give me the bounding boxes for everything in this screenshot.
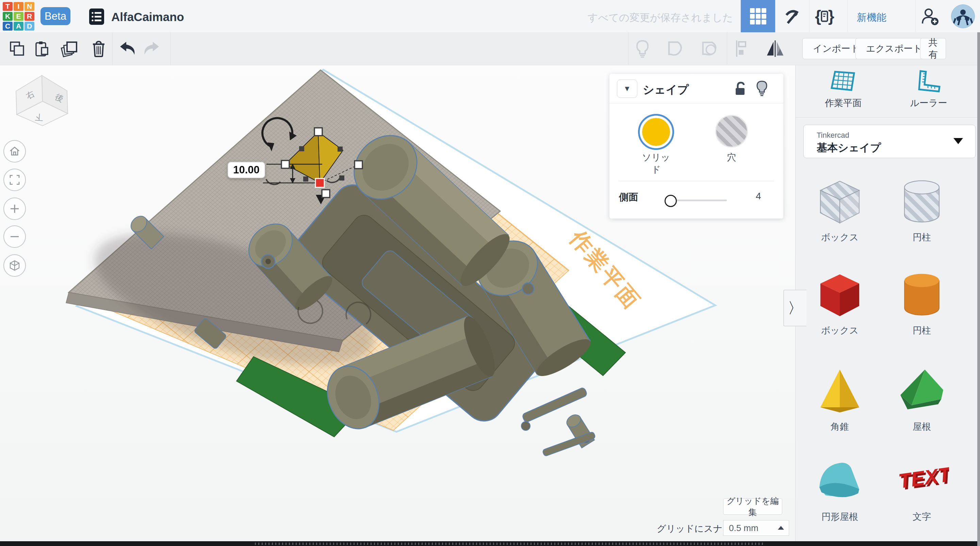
copy-button[interactable] — [8, 39, 27, 58]
inspector-collapse-button[interactable]: ▼ — [617, 79, 637, 98]
delete-button[interactable] — [89, 39, 108, 58]
logo-tile: E — [14, 12, 24, 21]
codeblocks-button[interactable]: { } — [814, 8, 835, 25]
redo-button[interactable] — [142, 39, 161, 58]
snap-grid-select[interactable]: 0.5 mm — [723, 520, 789, 536]
divider — [915, 0, 916, 32]
ungroup-button[interactable] — [700, 39, 719, 58]
ruler-tool-label: ルーラー — [894, 97, 963, 109]
design-properties-icon[interactable] — [89, 8, 105, 27]
panel-collapse-button[interactable]: 〉 — [783, 290, 807, 326]
logo-tile: N — [24, 2, 34, 11]
invite-user-button[interactable] — [920, 8, 940, 25]
lightbulb-icon — [635, 40, 650, 58]
cylinder-icon — [894, 269, 949, 320]
shape-label: 円柱 — [885, 324, 959, 336]
shape-label: ボックス — [802, 324, 877, 336]
show-all-button[interactable] — [633, 39, 652, 58]
svg-text:}: } — [828, 7, 834, 25]
view-cube-bottom-label[interactable]: 下 — [35, 113, 43, 122]
dashboard-grid-button[interactable] — [741, 0, 775, 32]
robot-avatar-icon — [951, 5, 975, 28]
group-button[interactable] — [666, 39, 685, 58]
library-selected: 基本シェイプ — [817, 141, 881, 155]
shape-label: 屋根 — [885, 421, 959, 433]
shape-box[interactable]: ボックス — [802, 269, 877, 336]
hole-option[interactable] — [715, 115, 748, 148]
shape-cylinder[interactable]: 円柱 — [885, 269, 959, 336]
shape-cylinder-hole[interactable]: 円柱 — [885, 176, 959, 243]
active-scale-handle[interactable] — [315, 178, 324, 187]
unlock-icon[interactable] — [733, 81, 747, 96]
chevron-down-icon — [953, 138, 963, 144]
inspector-header: ▼ シェイプ — [609, 74, 783, 103]
tinker-pickaxe-button[interactable] — [782, 8, 802, 25]
fit-view-icon — [9, 174, 21, 186]
sides-value: 4 — [756, 191, 761, 202]
save-status: すべての変更が保存されました — [588, 11, 733, 25]
duplicate-button[interactable] — [60, 39, 79, 58]
align-icon — [734, 39, 751, 58]
fit-view-button[interactable] — [3, 168, 26, 191]
home-icon — [9, 146, 21, 157]
person-add-icon — [920, 6, 940, 26]
shape-label: 角錐 — [802, 421, 877, 433]
zoom-in-button[interactable] — [3, 197, 26, 220]
tinkercad-app: 作業平面 — [0, 0, 980, 546]
divider — [847, 0, 848, 32]
undo-icon — [119, 41, 137, 56]
divider — [628, 32, 628, 65]
view-cube[interactable]: 右 後 下 — [10, 71, 89, 140]
ruler-tool[interactable]: ルーラー — [894, 70, 963, 109]
logo-tile: I — [14, 2, 24, 11]
new-features-link[interactable]: 新機能 — [857, 11, 886, 24]
page-scrollbar[interactable] — [977, 32, 980, 546]
divider — [619, 181, 774, 181]
design-title[interactable]: AlfaCaimano — [111, 10, 184, 24]
shape-label: 文字 — [885, 511, 959, 523]
shape-box-hole[interactable]: ボックス — [802, 176, 877, 243]
minus-icon — [9, 231, 21, 243]
shape-pyramid[interactable]: 角錐 — [802, 365, 877, 433]
chevron-up-icon — [778, 526, 784, 530]
divider — [112, 32, 113, 65]
perspective-cube-icon — [8, 259, 21, 271]
workplane-tool[interactable]: 作業平面 — [809, 70, 877, 109]
box-hole-icon — [813, 176, 867, 227]
logo-tile: K — [3, 12, 13, 21]
edit-grid-button[interactable]: グリッドを編集 — [723, 498, 782, 515]
shapes-panel: 作業平面 ルーラー Tinkercad 基本シェイプ — [795, 65, 980, 546]
share-button[interactable]: 共有 — [920, 38, 946, 59]
visibility-bulb-icon[interactable] — [756, 81, 768, 97]
sides-slider-knob[interactable] — [665, 195, 677, 207]
align-button[interactable] — [733, 39, 752, 58]
shape-library-dropdown[interactable]: Tinkercad 基本シェイプ — [803, 125, 975, 158]
paste-button[interactable] — [32, 39, 51, 58]
beta-badge[interactable]: Beta — [40, 7, 70, 25]
undo-button[interactable] — [118, 39, 137, 58]
dimension-label[interactable]: 10.00 — [228, 162, 265, 178]
logo-tile: A — [14, 22, 24, 30]
helper-tools-section: 作業平面 ルーラー — [795, 65, 980, 117]
zoom-out-button[interactable] — [3, 225, 26, 248]
mirror-button[interactable] — [765, 39, 785, 58]
user-avatar[interactable] — [951, 5, 975, 28]
shape-inspector: ▼ シェイプ ソリッド 穴 側面 4 — [609, 74, 783, 219]
ruler-icon — [916, 70, 942, 94]
roof-icon — [894, 365, 949, 416]
copy-icon — [8, 40, 25, 57]
solid-option[interactable] — [638, 114, 674, 150]
redo-icon — [142, 41, 160, 56]
hole-label: 穴 — [715, 151, 748, 163]
trash-icon — [90, 40, 107, 58]
shape-round-roof[interactable]: 円形屋根 — [802, 456, 877, 523]
shape-roof[interactable]: 屋根 — [885, 365, 959, 433]
logo-tile: T — [3, 2, 13, 11]
home-view-button[interactable] — [3, 140, 26, 162]
tinkercad-logo[interactable]: T I N K E R C A D — [3, 2, 34, 30]
grid-icon — [750, 8, 766, 24]
svg-text:10.00: 10.00 — [233, 164, 259, 176]
paste-icon — [33, 40, 50, 57]
perspective-toggle-button[interactable] — [3, 254, 26, 277]
shape-text[interactable]: TEXT TEXT 文字 — [885, 456, 959, 523]
